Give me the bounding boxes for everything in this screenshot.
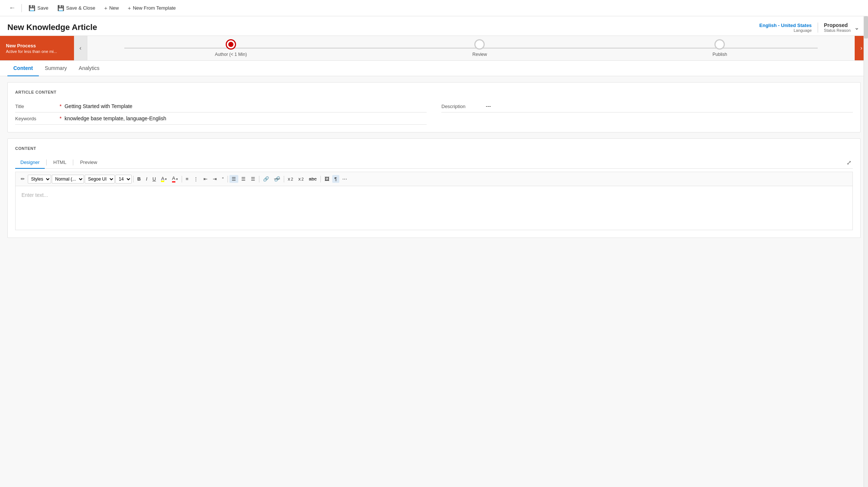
process-prev-button[interactable]: ‹: [74, 36, 87, 60]
superscript-button[interactable]: x2: [286, 175, 296, 183]
insert-image-button[interactable]: 🖼: [322, 175, 332, 183]
step-circle-author: [226, 39, 236, 50]
highlight-icon: A: [161, 176, 164, 182]
align-right-button[interactable]: ☰: [239, 175, 248, 183]
editor-tabs: Designer HTML Preview ⤢: [15, 157, 853, 169]
content-editor-card: CONTENT Designer HTML Preview ⤢ ✏ Styles…: [7, 138, 861, 238]
bold-button[interactable]: B: [135, 175, 143, 183]
more-options-button[interactable]: ⋯: [340, 175, 349, 183]
step-circle-review: [474, 39, 485, 50]
keywords-field-value[interactable]: knowledge base template, language-Englis…: [64, 115, 427, 121]
new-template-icon: +: [128, 5, 131, 11]
editor-tab-sep-1: [46, 159, 47, 165]
indent-button[interactable]: ⇥: [211, 175, 219, 183]
toolbar-separator: [21, 4, 22, 12]
toolbar-sep-3: [228, 176, 228, 182]
article-fields-container: Title * Getting Started with Template Ke…: [15, 100, 853, 125]
process-name: New Process: [6, 43, 67, 48]
editor-tab-preview[interactable]: Preview: [75, 157, 102, 169]
expand-editor-button[interactable]: ⤢: [845, 158, 853, 168]
status-reason-value: Proposed: [824, 22, 851, 28]
title-field-row: Title * Getting Started with Template: [15, 100, 427, 112]
toolbar-sep-6: [320, 176, 321, 182]
process-status: Active for less than one mi...: [6, 49, 67, 54]
blockquote-button[interactable]: “: [220, 175, 226, 183]
unordered-list-button[interactable]: ⋮: [191, 175, 201, 183]
image-icon: 🖼: [324, 176, 329, 182]
toolbar-sep-2: [182, 176, 182, 182]
new-from-template-button[interactable]: + New From Template: [124, 3, 179, 13]
process-step-author[interactable]: Author (< 1 Min): [215, 39, 247, 57]
subscript-button[interactable]: x2: [296, 175, 306, 183]
title-field-label: Title: [15, 104, 60, 109]
paragraph-dropdown[interactable]: Normal (... Normal: [52, 175, 84, 184]
step-label-review: Review: [472, 52, 487, 57]
tab-analytics[interactable]: Analytics: [73, 61, 105, 76]
editor-tab-sep-2: [73, 159, 73, 165]
keywords-required-star: *: [60, 115, 61, 121]
description-field-value[interactable]: ---: [486, 103, 853, 109]
highlight-button[interactable]: A ▾: [159, 175, 169, 183]
save-button[interactable]: 💾 Save: [25, 3, 52, 13]
description-field-row: Description ---: [441, 100, 853, 112]
process-step-review[interactable]: Review: [472, 39, 487, 57]
article-content-title: ARTICLE CONTENT: [15, 90, 853, 94]
toolbar-sep-4: [259, 176, 259, 182]
underline-button[interactable]: U: [150, 175, 158, 183]
keywords-field-label: Keywords: [15, 116, 60, 121]
align-center-button[interactable]: ☰: [229, 175, 238, 183]
title-field-value[interactable]: Getting Started with Template: [64, 103, 427, 109]
language-selector[interactable]: English - United States: [759, 23, 812, 28]
back-button[interactable]: ←: [6, 3, 18, 13]
tab-content[interactable]: Content: [7, 61, 39, 76]
status-dropdown-button[interactable]: ⌄: [853, 23, 861, 33]
page-title: New Knowledge Article: [7, 23, 97, 32]
eraser-icon: ✏: [21, 176, 25, 182]
new-icon: +: [104, 5, 107, 11]
paragraph-marks-button[interactable]: ¶: [332, 175, 339, 183]
size-dropdown[interactable]: 14: [115, 175, 132, 184]
save-close-button[interactable]: 💾 Save & Close: [54, 3, 99, 13]
status-text: Proposed Status Reason: [824, 22, 851, 33]
fields-right: Description ---: [441, 100, 853, 125]
editor-area[interactable]: Enter text...: [15, 186, 853, 230]
styles-dropdown[interactable]: Styles: [28, 175, 51, 184]
tab-summary[interactable]: Summary: [39, 61, 73, 76]
toolbar-sep-5: [284, 176, 284, 182]
editor-placeholder: Enter text...: [21, 192, 48, 198]
step-label-author: Author (< 1 Min): [215, 52, 247, 57]
font-color-button[interactable]: A ▾: [170, 174, 180, 184]
description-field-label: Description: [441, 104, 486, 109]
outdent-button[interactable]: ⇤: [201, 175, 210, 183]
save-close-icon: 💾: [57, 5, 64, 11]
status-reason-label: Status Reason: [824, 28, 851, 33]
scrollbar-track[interactable]: [864, 16, 868, 487]
process-step-publish[interactable]: Publish: [713, 39, 727, 57]
font-dropdown[interactable]: Segoe UI: [85, 175, 115, 184]
toolbar-sep-1: [133, 176, 134, 182]
font-color-icon: A: [172, 175, 175, 182]
unlink-button[interactable]: 🔗: [272, 175, 282, 183]
align-justify-button[interactable]: ☰: [249, 175, 258, 183]
tabs-bar: Content Summary Analytics: [0, 61, 868, 76]
strikethrough-button[interactable]: abc: [307, 175, 319, 183]
link-icon: 🔗: [263, 176, 269, 182]
italic-button[interactable]: I: [144, 175, 149, 183]
format-eraser-button[interactable]: ✏: [18, 175, 27, 183]
scrollbar-thumb[interactable]: [864, 16, 868, 38]
fields-left: Title * Getting Started with Template Ke…: [15, 100, 427, 125]
editor-tab-designer[interactable]: Designer: [15, 157, 45, 169]
new-button[interactable]: + New: [100, 3, 122, 13]
process-label: New Process Active for less than one mi.…: [0, 36, 74, 60]
align-left-button[interactable]: ≡: [184, 175, 191, 183]
paragraph-marks-icon: ¶: [334, 176, 337, 182]
link-button[interactable]: 🔗: [261, 175, 271, 183]
editor-tab-html[interactable]: HTML: [48, 157, 71, 169]
toolbar: ← 💾 Save 💾 Save & Close + New + New From…: [0, 0, 868, 16]
content-section-title: CONTENT: [15, 146, 853, 151]
status-section: Proposed Status Reason ⌄: [818, 22, 861, 33]
editor-toolbar: ✏ Styles Normal (... Normal Segoe UI 14 …: [15, 172, 853, 186]
article-content-card: ARTICLE CONTENT Title * Getting Started …: [7, 82, 861, 132]
process-bar: New Process Active for less than one mi.…: [0, 36, 868, 61]
step-label-publish: Publish: [713, 52, 727, 57]
